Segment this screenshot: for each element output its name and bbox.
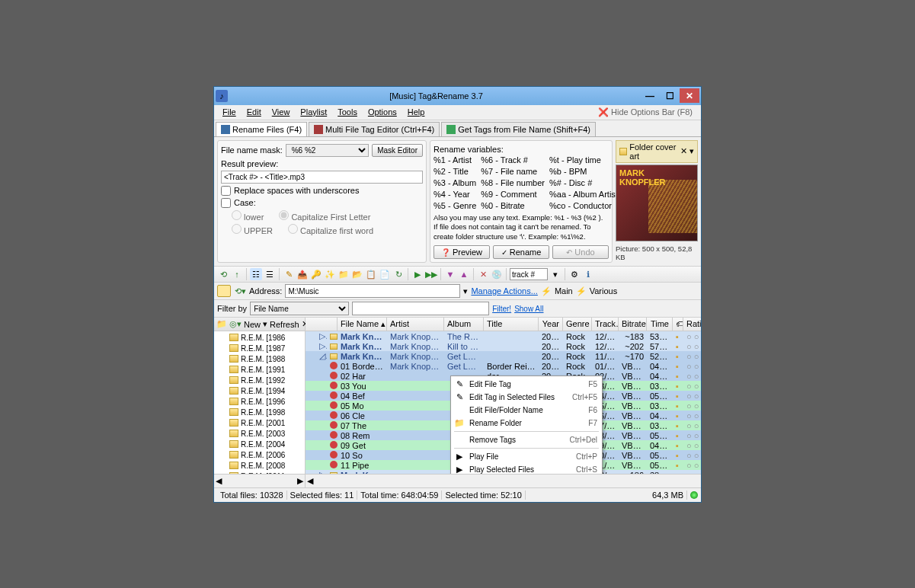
tree-item[interactable]: R.E.M. [2004 [214, 439, 305, 449]
tree-item[interactable]: R.E.M. [1987 [214, 343, 305, 353]
context-item[interactable]: 📁Rename FolderF7 [451, 417, 602, 430]
tree-item[interactable]: R.E.M. [1988 [214, 353, 305, 364]
context-item[interactable]: Remove TagsCtrl+Del [451, 433, 602, 446]
case-capword-radio[interactable] [288, 224, 298, 234]
case-lower-radio[interactable] [232, 210, 242, 220]
tree-scrollbar[interactable]: ◀▶ [214, 474, 305, 487]
track-number-input[interactable] [510, 268, 548, 280]
preview-label: Result preview: [221, 159, 423, 168]
tree-item[interactable]: R.E.M. [2003 [214, 428, 305, 439]
case-capfirst-radio[interactable] [279, 210, 289, 220]
tree-item[interactable]: R.E.M. [1998 [214, 407, 305, 417]
context-item[interactable]: Edit File/Folder NameF6 [451, 404, 602, 417]
file-row[interactable]: ◿ Mark Knopfler [2… Mark Knopfler Get Lu… [306, 351, 701, 361]
tool-cd-icon[interactable]: 💿 [491, 268, 503, 280]
tree-item[interactable]: R.E.M. [1992 [214, 375, 305, 385]
row-scrollbar[interactable]: ◀▶ [306, 474, 701, 487]
file-row[interactable]: ▷ Mark Knopfler [2… Mark Knopfler Kill t… [306, 341, 701, 351]
minimize-button[interactable]: — [640, 88, 660, 103]
tree-item[interactable]: R.E.M. [2006 [214, 449, 305, 460]
tool-up-icon[interactable]: ↑ [231, 268, 243, 280]
track-down-icon[interactable]: ▾ [549, 268, 561, 280]
tab-rename-files[interactable]: Rename Files (F4) [216, 122, 307, 136]
action-various[interactable]: Various [590, 286, 617, 296]
column-headers[interactable]: File Name ▴ Artist Album Title Year Genr… [306, 318, 701, 331]
preview-button[interactable]: ❓ Preview [434, 245, 490, 259]
case-checkbox[interactable] [221, 198, 231, 208]
tool-back-icon[interactable]: ⟲ [217, 268, 229, 280]
tool-paste-icon[interactable]: 📄 [379, 268, 391, 280]
address-folder-icon[interactable] [217, 285, 231, 297]
file-row[interactable]: ▷ Mark Knopfler [2… Mark Knopfler The Ra… [306, 331, 701, 341]
tool-edit-icon[interactable]: ✎ [283, 268, 295, 280]
filter-showall-link[interactable]: Show All [514, 305, 543, 313]
undo-button[interactable]: ↶ Undo [552, 245, 609, 259]
cover-chevron-icon[interactable]: ▾ [689, 146, 694, 156]
context-item[interactable]: ✎Edit Tag in Selected FilesCtrl+F5 [451, 391, 602, 404]
tool-movedown-icon[interactable]: ▼ [444, 268, 456, 280]
tab-multi-tag-editor[interactable]: Multi File Tag Editor (Ctrl+F4) [309, 122, 440, 136]
menu-help[interactable]: Help [402, 107, 430, 117]
tree-refresh-button[interactable]: Refresh [270, 320, 299, 329]
tree-item[interactable]: R.E.M. [2001 [214, 417, 305, 428]
menu-tools[interactable]: Tools [332, 107, 363, 117]
folder-tree[interactable]: R.E.M. [1986R.E.M. [1987R.E.M. [1988R.E.… [214, 331, 305, 474]
tree-new-button[interactable]: New [244, 320, 261, 329]
file-list-panel: File Name ▴ Artist Album Title Year Genr… [306, 318, 701, 487]
file-row[interactable]: 01 Border Rei… Mark Knopfler Get Lucky B… [306, 361, 701, 371]
tool-refresh-icon[interactable]: ↻ [392, 268, 405, 280]
context-item[interactable]: ✎Edit File TagF5 [451, 378, 602, 391]
context-item[interactable]: ▶Play FileCtrl+P [451, 450, 602, 463]
filter-text-input[interactable] [352, 302, 489, 315]
maximize-button[interactable]: ☐ [660, 88, 680, 103]
cover-image[interactable]: MARK KNOPFLER [616, 165, 698, 242]
filter-go-link[interactable]: Filter! [492, 305, 511, 313]
mask-input[interactable]: %6 %2 [286, 144, 370, 157]
tool-wand-icon[interactable]: ✨ [324, 268, 336, 280]
close-button[interactable]: ✕ [680, 88, 699, 103]
tool-settings-icon[interactable]: ⚙ [568, 268, 581, 280]
address-dropdown-icon[interactable]: ▾ [463, 286, 468, 296]
context-item[interactable]: ▶Play Selected FilesCtrl+S [451, 463, 602, 474]
manage-actions-link[interactable]: Manage Actions... [471, 286, 537, 296]
hide-options-bar[interactable]: ❌ Hide Options Bar (F8) [593, 107, 698, 117]
menu-options[interactable]: Options [363, 107, 402, 117]
filter-field-select[interactable]: File Name [250, 302, 349, 315]
tool-delete-icon[interactable]: ✕ [477, 268, 489, 280]
tree-item[interactable]: R.E.M. [1991 [214, 364, 305, 375]
tree-circle-icon[interactable]: ◎▾ [229, 318, 242, 331]
tool-export-icon[interactable]: 📤 [296, 268, 309, 280]
tool-tree-icon[interactable]: ☷ [250, 268, 262, 280]
tool-folder2-icon[interactable]: 📂 [351, 268, 363, 280]
tab-get-tags-from-filename[interactable]: Get Tags from File Name (Shift+F4) [441, 122, 596, 136]
tree-folder-icon[interactable]: 📁 [216, 318, 227, 331]
tool-playall-icon[interactable]: ▶▶ [425, 268, 437, 280]
tree-item[interactable]: R.E.M. [2008 [214, 460, 305, 471]
menu-view[interactable]: View [267, 107, 296, 117]
mask-editor-button[interactable]: Mask Editor [372, 144, 423, 157]
tool-info-icon[interactable]: ℹ [582, 268, 594, 280]
tool-key-icon[interactable]: 🔑 [310, 268, 322, 280]
tool-play-icon[interactable]: ▶ [411, 268, 424, 280]
menu-edit[interactable]: Edit [242, 107, 267, 117]
case-upper-radio[interactable] [232, 224, 242, 234]
file-rows[interactable]: ▷ Mark Knopfler [2… Mark Knopfler The Ra… [306, 331, 701, 474]
tool-folder1-icon[interactable]: 📁 [338, 268, 350, 280]
menu-file[interactable]: File [217, 107, 242, 117]
vars-columns: %1 - Artist%2 - Title%3 - Album%4 - Year… [434, 155, 609, 211]
rename-variables-panel: Rename variables: %1 - Artist%2 - Title%… [430, 140, 613, 264]
tree-item[interactable]: R.E.M. [1994 [214, 385, 305, 396]
tool-list-icon[interactable]: ☰ [264, 268, 276, 280]
preview-output [221, 171, 423, 184]
rename-button[interactable]: ✓ Rename [493, 245, 549, 259]
tree-item[interactable]: R.E.M. [1996 [214, 396, 305, 407]
address-refresh-icon[interactable]: ⟲▾ [234, 285, 246, 297]
action-main[interactable]: Main [555, 286, 573, 296]
tool-moveup-icon[interactable]: ▲ [458, 268, 470, 280]
close-cover-icon[interactable]: ✕ [680, 146, 687, 156]
address-input[interactable] [285, 284, 460, 298]
replace-spaces-checkbox[interactable] [221, 186, 231, 196]
menu-playlist[interactable]: Playlist [295, 107, 332, 117]
tool-copy-icon[interactable]: 📋 [365, 268, 377, 280]
tree-item[interactable]: R.E.M. [1986 [214, 332, 305, 343]
